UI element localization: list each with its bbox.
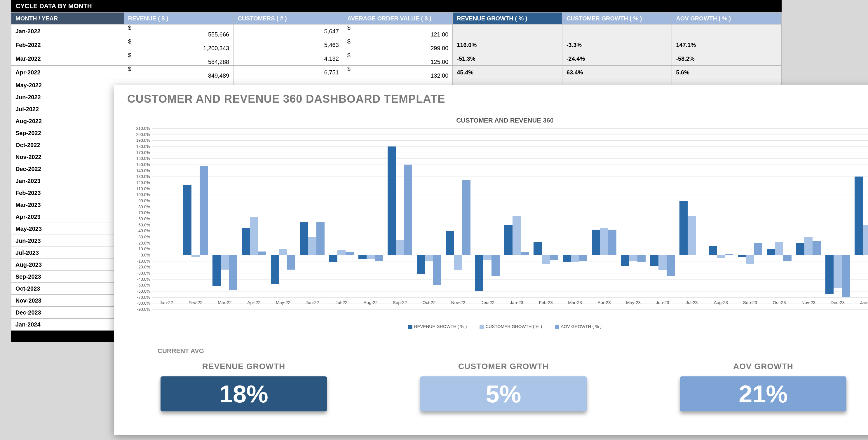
chart-bar [679,201,688,255]
chart-bar [213,255,221,286]
chart-bar [329,255,337,262]
ytick-label: 100.0% [136,192,150,197]
table-row: Feb-2022$1,200,3435,463$299.00116.0%-3.3… [11,38,782,52]
ytick-label: 40.0% [138,228,150,233]
xtick-label: Jul-22 [336,300,348,305]
ytick-label: 160.0% [136,156,150,161]
chart-xaxis: Jan-22Feb-22Mar-22Apr-22May-22Jun-22Jul-… [152,300,868,309]
current-avg-label: CURRENT AVG [158,347,204,355]
chart-plot: -90.0%-80.0%-70.0%-60.0%-50.0%-40.0%-30.… [128,128,868,309]
col-header: CUSTOMERS ( # ) [234,12,343,25]
chart-bar [746,255,754,264]
xtick-label: Jun-23 [656,300,669,305]
bar-group [210,128,239,309]
table-row: Jan-2022$555,6665,647$121.00 [11,25,782,38]
ytick-label: 20.0% [138,241,150,245]
chart-bar [191,255,199,257]
cell: $299.00 [343,38,453,52]
kpi-value: 21% [680,376,846,411]
xtick-label: Apr-22 [247,300,260,305]
cell: May-2023 [11,223,124,235]
bar-group [414,128,444,309]
cell: Jan-2024 [11,319,124,331]
cell: 5.6% [672,66,782,80]
cell: 4,132 [234,52,343,66]
cell: Feb-2022 [11,38,124,52]
chart-bar [533,242,542,255]
xtick-label: Feb-22 [189,300,203,305]
bar-group [181,128,210,309]
chart-bar [483,255,492,260]
xtick-label: Mar-23 [568,300,582,305]
cell: $125.00 [343,52,453,66]
cell: $555,666 [124,25,234,38]
chart-bar [688,216,696,255]
cell: Jul-2023 [11,247,124,259]
bar-group [502,128,531,309]
cell: Nov-2023 [11,295,124,307]
ytick-label: 60.0% [138,217,150,221]
xtick-label: Oct-23 [773,300,786,305]
ytick-label: 190.0% [136,138,150,143]
chart-bar [542,255,550,264]
col-header: CUSTOMER GROWTH ( % ) [562,12,672,25]
col-header: MONTH / YEAR [11,12,124,25]
cell: 147.1% [672,38,782,52]
chart-bar [608,230,616,255]
kpi-label: REVENUE GROWTH [160,362,327,371]
col-header: REVENUE GROWTH ( % ) [453,12,562,25]
cell [453,25,562,38]
cell: -58.2% [672,52,782,66]
cell: Sep-2023 [11,271,124,283]
ytick-label: 50.0% [138,223,150,227]
chart-bar [513,216,521,255]
xtick-label: May-23 [626,300,641,305]
chart-bar [592,230,600,255]
kpi-row: REVENUE GROWTH18%CUSTOMER GROWTH5%AOV GR… [114,362,868,411]
xtick-label: May-22 [276,300,290,305]
chart-bar [855,177,863,255]
bar-group [823,128,852,309]
bar-group [473,128,502,309]
chart-yaxis: -90.0%-80.0%-70.0%-60.0%-50.0%-40.0%-30.… [128,128,152,309]
chart-bar [492,255,500,276]
ytick-label: 150.0% [136,162,150,167]
chart-bar [783,255,792,261]
ytick-label: 0.0% [141,253,150,257]
cell: Jan-2023 [11,175,124,187]
chart-bar [359,255,367,259]
chart-bar [504,225,513,255]
bar-group [765,128,794,309]
chart-bar [658,255,666,270]
bar-group [794,128,823,309]
cell [672,25,782,38]
chart-bar [346,252,354,255]
cell: $121.00 [343,25,453,38]
cell: -51.3% [453,52,562,66]
cell: 5,647 [234,25,343,38]
legend-item: AOV GROWTH ( % ) [555,324,601,329]
chart-bar [375,255,383,261]
cell: Jun-2022 [11,91,124,103]
chart-bar [417,255,425,274]
kpi-value: 5% [420,376,587,411]
ytick-label: 70.0% [138,210,150,215]
legend-item: REVENUE GROWTH ( % ) [408,324,467,329]
ytick-label: -30.0% [137,271,150,276]
chart-bar [638,255,646,262]
legend-item: CUSTOMER GROWTH ( % ) [479,324,542,329]
chart-bar [258,252,266,255]
chart-legend: REVENUE GROWTH ( % )CUSTOMER GROWTH ( % … [128,324,868,329]
xtick-label: Jun-22 [306,300,319,305]
cell: Mar-2022 [11,52,124,66]
chart-bar [308,237,316,255]
cell: 45.4% [453,66,562,80]
chart-bar [521,252,529,255]
bar-group [152,128,181,309]
kpi-card: REVENUE GROWTH18% [160,362,327,411]
xtick-label: Sep-23 [743,300,757,305]
ytick-label: 90.0% [138,198,150,203]
dashboard-card: CUSTOMER AND REVENUE 360 DASHBOARD TEMPL… [114,85,868,435]
bar-group [677,128,706,309]
cell: $584,288 [124,52,234,66]
